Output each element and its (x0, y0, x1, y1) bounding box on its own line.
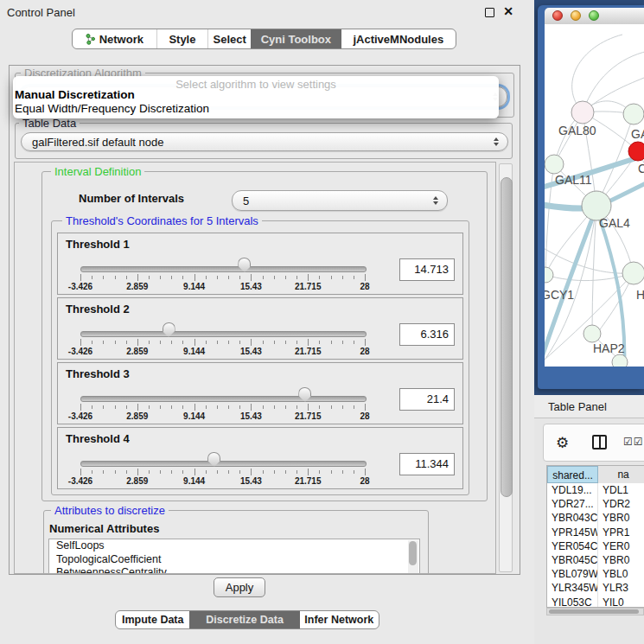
tab-impute-data[interactable]: Impute Data (116, 611, 189, 628)
apply-button[interactable]: Apply (214, 577, 265, 597)
network-edge-highlighted (545, 207, 596, 367)
table-cell: YDL1 (598, 483, 644, 497)
slider-tick (160, 276, 161, 279)
table-row[interactable]: YIL053CYIL0 (547, 596, 644, 609)
slider-tick (149, 405, 150, 409)
slider-tick (331, 405, 332, 409)
close-traffic-light-icon[interactable] (552, 10, 563, 21)
column-header-shared-[interactable]: shared... (547, 466, 598, 483)
select-columns-checkboxes-icon[interactable]: ☑☑ (623, 436, 644, 448)
slider-tick (354, 276, 354, 279)
threshold-value-input[interactable]: 14.713 (399, 258, 455, 281)
table-row[interactable]: YDL19...YDL1 (547, 483, 644, 497)
slider-tick (115, 470, 116, 474)
threshold-slider-track[interactable] (80, 396, 367, 402)
tab-cyni-toolbox[interactable]: Cyni Toolbox (251, 29, 341, 48)
threshold-value-input[interactable]: 6.316 (399, 323, 455, 346)
tab-style[interactable]: Style (156, 29, 208, 48)
attributes-group-title: Attributes to discretize (51, 504, 169, 517)
table-row[interactable]: YBR043CYBR0 (547, 511, 644, 525)
table-cell: YBL0 (598, 567, 644, 581)
tab-discretize-data[interactable]: Discretize Data (189, 611, 299, 628)
table-row[interactable]: YLR345WYLR3 (547, 581, 644, 595)
bottom-tabs: Impute DataDiscretize DataInfer Network (115, 610, 379, 629)
network-node-gcy1[interactable] (545, 267, 553, 283)
slider-tick (274, 276, 275, 279)
slider-tick (92, 276, 92, 279)
slider-tick (194, 274, 195, 281)
slider-tick (331, 341, 332, 344)
threshold-value-input[interactable]: 21.4 (399, 388, 455, 411)
threshold-slider-track[interactable] (80, 461, 367, 467)
table-header-row: shared...na (547, 466, 644, 483)
threshold-box-4: Threshold 4-3.4262.8599.14415.4321.71528… (57, 427, 463, 489)
slider-tick (228, 276, 229, 279)
numerical-attributes-label: Numerical Attributes (49, 522, 159, 535)
slider-tick-label: 2.859 (126, 411, 148, 421)
network-node-node-h[interactable] (622, 262, 644, 284)
table-row[interactable]: YDR27...YDR2 (547, 497, 644, 511)
table-cell: YER0 (598, 539, 644, 553)
attribute-item-selfloops[interactable]: SelfLoops (49, 539, 419, 553)
algorithm-option-equal-width-frequency-discretization[interactable]: Equal Width/Frequency Discretization (15, 102, 209, 115)
network-node-gal80[interactable] (571, 101, 594, 124)
table-row[interactable]: YER054CYER0 (547, 539, 644, 553)
table-row[interactable]: YBR045CYBR0 (547, 553, 644, 567)
settings-vertical-scrollbar[interactable] (499, 163, 513, 572)
network-node-node-red[interactable] (628, 142, 644, 161)
column-header-na[interactable]: na (598, 466, 644, 483)
zoom-traffic-light-icon[interactable] (589, 10, 599, 21)
right-region: GAL80GACGAL11GAL4GCY1HHAP2 Table Panel ⚙… (534, 0, 644, 644)
table-data-group-title: Table Data (19, 117, 80, 130)
slider-tick (285, 276, 286, 279)
slider-tick (126, 276, 127, 279)
threshold-slider-track[interactable] (80, 266, 367, 272)
algorithm-option-manual-discretization[interactable]: Manual Discretization (15, 88, 135, 101)
float-window-icon[interactable] (485, 8, 494, 17)
slider-tick (194, 404, 195, 411)
scrollbar-thumb[interactable] (501, 177, 513, 497)
table-data-combo[interactable]: galFiltered.sif default node (21, 132, 508, 151)
scrollbar-thumb[interactable] (409, 541, 417, 565)
slider-tick (285, 341, 286, 344)
tab-select[interactable]: Select (207, 29, 251, 48)
list-vertical-scrollbar[interactable] (408, 540, 418, 574)
slider-tick (80, 469, 81, 475)
attribute-item-betweennesscentrality[interactable]: BetweennessCentrality (49, 566, 419, 574)
table-horizontal-scrollbar[interactable] (546, 608, 644, 615)
close-icon[interactable]: ✕ (503, 4, 513, 18)
num-intervals-combo[interactable]: 5 (232, 190, 448, 211)
network-node-node-b[interactable] (612, 354, 628, 367)
table-cell: YER054C (547, 539, 598, 553)
columns-icon[interactable] (592, 435, 607, 450)
slider-tick (274, 470, 275, 474)
network-window-titlebar[interactable] (545, 8, 644, 25)
gear-icon[interactable]: ⚙ (556, 434, 569, 452)
num-intervals-value: 5 (243, 194, 249, 207)
network-node-node-a[interactable] (623, 104, 644, 124)
table-row[interactable]: YPR145WYPR1 (547, 526, 644, 539)
tab-infer-network[interactable]: Infer Network (300, 611, 379, 628)
network-node-hap2[interactable] (583, 325, 601, 342)
scrollbar-thumb[interactable] (549, 609, 639, 614)
attribute-item-topologicalcoefficient[interactable]: TopologicalCoefficient (49, 553, 419, 567)
table-row[interactable]: YBL079WYBL0 (547, 567, 644, 581)
table-cell: YBR045C (547, 553, 598, 567)
slider-tick (239, 276, 240, 279)
slider-tick (228, 470, 229, 474)
tab-label: Cyni Toolbox (261, 33, 331, 46)
minimize-traffic-light-icon[interactable] (571, 10, 581, 21)
tab-jactivemnodules[interactable]: jActiveMNodules (341, 29, 456, 48)
panel-title: Control Panel (7, 6, 75, 19)
tab-network[interactable]: Network (73, 29, 156, 48)
slider-tick-label: 9.144 (183, 411, 205, 421)
network-canvas[interactable]: GAL80GACGAL11GAL4GCY1HHAP2 (545, 24, 644, 367)
table-panel: Table Panel ⚙ ☑☑ shared...naYDL19...YDL1… (534, 395, 644, 644)
slider-tick (354, 341, 354, 344)
threshold-value-input[interactable]: 11.344 (399, 453, 455, 475)
threshold-slider-track[interactable] (80, 331, 367, 337)
slider-tick (92, 470, 92, 474)
slider-tick (171, 341, 172, 344)
attributes-list: SelfLoopsTopologicalCoefficientBetweenne… (48, 539, 420, 574)
network-node-gal11[interactable] (545, 155, 564, 174)
